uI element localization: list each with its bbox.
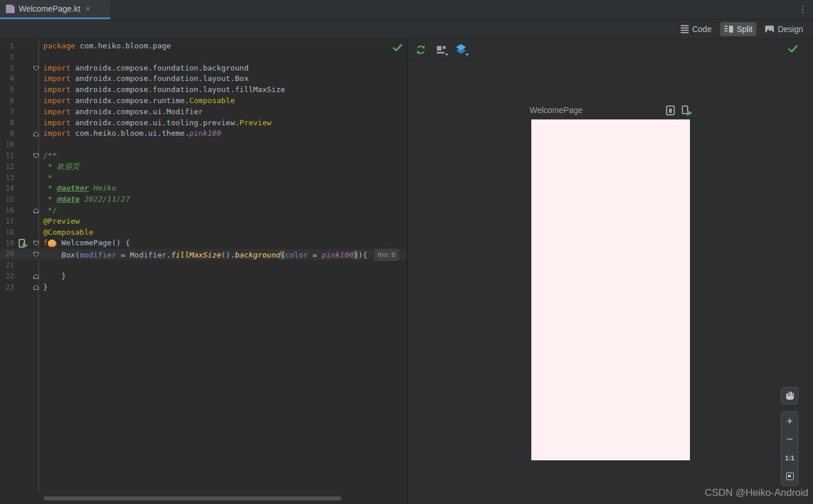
active-tab-indicator — [0, 17, 110, 19]
line-number: 21 — [0, 260, 14, 271]
gutter-icon-slot — [14, 205, 31, 216]
fold-slot — [31, 205, 41, 216]
gutter-icon-slot — [14, 271, 31, 282]
code-line-9[interactable]: 9import com.heiko.bloom.ui.theme.pink100 — [0, 128, 406, 139]
gutter-icon-slot — [14, 118, 31, 129]
code-line-3[interactable]: 3import androidx.compose.foundation.back… — [0, 63, 406, 74]
code-text: import androidx.compose.foundation.layou… — [41, 73, 248, 84]
code-line-23[interactable]: 23} — [0, 282, 406, 293]
line-number: 14 — [0, 183, 14, 194]
code-line-11[interactable]: 11/** — [0, 150, 406, 161]
fold-up-icon[interactable] — [33, 131, 39, 136]
code-text: import com.heiko.bloom.ui.theme.pink100 — [41, 128, 221, 139]
code-line-16[interactable]: 16 */ — [0, 205, 406, 216]
zoom-in-button[interactable]: + — [782, 412, 798, 431]
view-options-icon[interactable] — [435, 44, 447, 56]
run-preview-icon[interactable] — [19, 239, 25, 248]
fold-up-icon[interactable] — [33, 208, 39, 213]
zoom-controls: + − 1:1 — [781, 411, 798, 486]
line-number: 10 — [0, 139, 14, 150]
code-line-5[interactable]: 5import androidx.compose.foundation.layo… — [0, 84, 406, 96]
line-number: 15 — [0, 194, 14, 205]
gutter-icon-slot — [14, 194, 31, 205]
gutter-icon-slot — [14, 96, 31, 107]
tab-close-icon[interactable]: × — [86, 4, 90, 13]
code-text: */ — [41, 205, 57, 216]
code-line-8[interactable]: 8import androidx.compose.ui.tooling.prev… — [0, 118, 406, 129]
code-line-13[interactable]: 13 * — [0, 172, 406, 184]
fold-up-icon[interactable] — [33, 285, 39, 290]
pan-hand-icon — [786, 392, 794, 400]
code-line-4[interactable]: 4import androidx.compose.foundation.layo… — [0, 73, 406, 84]
code-line-19[interactable]: 19fun WelcomePage() { — [0, 238, 406, 249]
inspections-ok-icon[interactable] — [393, 44, 402, 54]
code-line-2[interactable]: 2 — [0, 52, 406, 63]
interactive-preview-icon[interactable] — [666, 105, 675, 115]
code-line-22[interactable]: 22 } — [0, 271, 406, 282]
split-view-label: Split — [737, 24, 752, 34]
line-number: 23 — [0, 282, 14, 293]
gutter-icon-slot — [14, 227, 31, 238]
tab-title: WelcomePage.kt — [19, 4, 80, 13]
code-line-18[interactable]: 18@Composable — [0, 227, 406, 238]
fold-up-icon[interactable] — [33, 274, 39, 279]
fit-screen-button[interactable] — [782, 467, 798, 486]
inlay-hint: this: B — [374, 249, 400, 261]
fold-slot — [31, 41, 41, 52]
code-line-21[interactable]: 21 — [0, 260, 406, 271]
gutter-icon-slot — [14, 216, 31, 227]
code-line-17[interactable]: 17@Preview — [0, 216, 406, 227]
kotlin-file-icon — [6, 5, 15, 13]
compose-preview-pane: WelcomePage + − 1:1 CSDN @Heiko-Android — [406, 39, 813, 504]
code-editor[interactable]: 1package com.heiko.bloom.page23import an… — [0, 39, 406, 504]
chevron-down-icon — [465, 54, 469, 56]
editor-tab-welcomepage[interactable]: WelcomePage.kt × — [0, 0, 110, 19]
gutter-icon-slot — [14, 52, 31, 63]
fold-slot — [31, 63, 41, 74]
editor-mode-toolbar: Code Split Design — [0, 20, 813, 39]
gutter-icon-slot — [14, 260, 31, 271]
fold-slot — [31, 216, 41, 227]
actual-size-button[interactable]: 1:1 — [782, 449, 798, 467]
build-refresh-icon[interactable] — [415, 44, 426, 56]
code-line-12[interactable]: 12 * 欢迎页 — [0, 161, 406, 172]
code-view-icon — [681, 25, 689, 33]
pan-hand-button[interactable] — [781, 387, 798, 404]
more-options-icon[interactable]: ⋮ — [798, 3, 807, 15]
code-line-20[interactable]: 20 Box(modifier = Modifier.fillMaxSize()… — [0, 249, 406, 260]
code-text — [41, 52, 43, 63]
split-view-button[interactable]: Split — [720, 22, 756, 36]
code-line-7[interactable]: 7import androidx.compose.ui.Modifier — [0, 107, 406, 118]
code-text — [41, 260, 43, 271]
zoom-out-button[interactable]: − — [782, 431, 798, 449]
fold-down-icon[interactable] — [33, 66, 39, 71]
run-on-device-icon[interactable] — [682, 105, 691, 115]
code-line-15[interactable]: 15 * @date 2022/11/27 — [0, 194, 406, 205]
gutter-icon-slot — [14, 150, 31, 161]
intention-bulb-icon[interactable] — [48, 239, 56, 247]
code-view-button[interactable]: Code — [677, 22, 716, 36]
code-text: import androidx.compose.foundation.layou… — [41, 84, 285, 96]
code-text: import androidx.compose.runtime.Composab… — [41, 96, 235, 107]
line-number: 16 — [0, 205, 14, 216]
code-view-label: Code — [692, 24, 712, 34]
split-view-icon — [724, 26, 733, 33]
code-line-6[interactable]: 6import androidx.compose.runtime.Composa… — [0, 96, 406, 107]
gutter-icon-slot — [14, 73, 31, 84]
ide-window: WelcomePage.kt × ⋮ Code Split Design 1pa… — [0, 0, 813, 504]
code-line-10[interactable]: 10 — [0, 139, 406, 150]
gutter-icon-slot — [14, 172, 31, 184]
design-view-button[interactable]: Design — [761, 22, 807, 36]
fold-down-icon[interactable] — [33, 241, 39, 246]
line-number: 12 — [0, 161, 14, 172]
fold-down-icon[interactable] — [33, 153, 39, 158]
line-number: 22 — [0, 271, 14, 282]
layers-icon[interactable] — [455, 44, 467, 56]
code-line-1[interactable]: 1package com.heiko.bloom.page — [0, 41, 406, 52]
horizontal-scrollbar[interactable] — [44, 496, 341, 501]
gutter-icon-slot — [14, 238, 31, 249]
fold-down-icon[interactable] — [33, 252, 39, 257]
code-text: package com.heiko.bloom.page — [41, 41, 171, 52]
line-number: 17 — [0, 216, 14, 227]
code-line-14[interactable]: 14 * @author Heiko — [0, 183, 406, 194]
